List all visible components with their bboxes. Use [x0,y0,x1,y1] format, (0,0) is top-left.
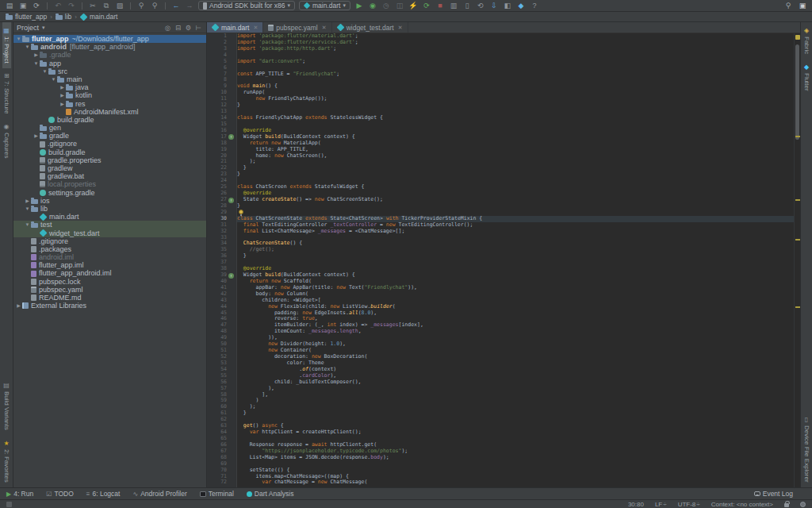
back-icon[interactable]: ← [171,2,181,10]
stop-icon[interactable]: ■ [435,2,445,10]
locate-icon[interactable]: ◎ [163,24,172,32]
code-line[interactable]: new FriendlyChatApp()); [237,96,794,102]
tree-item-pubspec-yaml[interactable]: pubspec.yaml [13,286,206,294]
tree-item-pubspec-lock[interactable]: pubspec.lock [13,278,206,286]
tree-item-test[interactable]: ▼test [13,221,206,229]
tab-widget-test-dart[interactable]: widget_test.dart✕ [332,22,408,33]
warning-stripe-mark[interactable] [795,136,800,137]
tree-arrow-icon[interactable]: ▼ [15,35,22,43]
context-widget[interactable]: Context: <no context> [711,501,773,508]
stripe-button-device-file-explorer[interactable]: ▯Device File Explorer [802,411,811,487]
tree-item--gradle[interactable]: ▶.gradle [13,51,206,59]
window-icon[interactable]: ▣ [798,2,807,10]
stripe-button-captures[interactable]: ◉Captures [2,118,11,163]
code-line[interactable]: var chatMessage = new ChatMessage( [237,479,794,486]
tree-arrow-icon[interactable]: ▼ [41,67,48,75]
scrollbar-thumb[interactable] [795,44,799,140]
code-line[interactable]: Widget build(BuildContext context) { [237,272,794,279]
settings-icon[interactable]: ⚙ [184,24,193,32]
code-line[interactable] [237,461,794,468]
editor-scrollbar[interactable] [794,33,800,487]
warning-stripe-mark[interactable] [795,239,800,241]
code-line[interactable]: ) [237,398,794,404]
code-line[interactable] [237,235,794,241]
toolwindow-android-profiler[interactable]: ∿Android Profiler [132,490,186,498]
profile-icon[interactable]: ◷ [381,2,391,10]
tree-item-widget-test-dart[interactable]: widget_test.dart [13,229,206,237]
tree-item-build-gradle[interactable]: build.gradle [13,116,206,124]
stripe-button-2-favorites[interactable]: ★2: Favorites [2,435,11,487]
tree-item-gradlew[interactable]: gradlew [13,164,206,172]
sync-icon[interactable]: ⟳ [32,2,41,10]
tree-item-local-properties[interactable]: local.properties [13,180,206,188]
collapse-all-icon[interactable]: ⊟ [174,24,182,32]
tree-arrow-icon[interactable]: ▼ [33,60,40,67]
tree-item--gitignore[interactable]: .gitignore [13,237,206,245]
stripe-button-build-variants[interactable]: ▤Build Variants [2,377,11,435]
breadcrumb-item-flutter_app[interactable]: flutter_app [6,13,47,21]
warning-stripe-mark[interactable] [795,306,800,308]
tree-arrow-icon[interactable]: ▶ [59,91,66,99]
code-line[interactable]: home: new ChatScreen(), [237,153,794,160]
close-tab-icon[interactable]: ✕ [398,25,403,31]
tree-arrow-icon[interactable]: ▼ [50,75,57,83]
tree-arrow-icon[interactable]: ▼ [24,43,31,51]
tree-item-flutter-app[interactable]: ▼flutter_app~/Downloads/flutter_app [13,35,206,43]
tree-item-androidmanifest-xml[interactable]: AndroidManifest.xml [13,108,206,116]
code-line[interactable] [237,52,794,59]
code-line[interactable]: const APP_TITLE = "Friendlychat"; [237,71,794,78]
toolwindow-logcat[interactable]: ≡6: Logcat [86,490,121,498]
copy-icon[interactable]: ⧉ [102,2,111,10]
redo-icon[interactable]: ↷ [67,2,76,10]
stripe-button-7-structure[interactable]: ⊞7: Structure [2,68,11,118]
tree-item-gradle-properties[interactable]: gradle.properties [13,156,206,164]
toolwindow-switcher-icon[interactable] [6,502,12,507]
save-all-icon[interactable]: ▣ [18,2,28,10]
sdk-manager-icon[interactable]: ⇩ [489,2,499,10]
tree-item-ios[interactable]: ▶ios [13,197,206,205]
code-line[interactable]: return new MaterialApp( [237,140,794,147]
tree-arrow-icon[interactable]: ▶ [33,132,40,140]
line-separator-widget[interactable]: LF÷ [655,501,667,508]
breadcrumb-item-main.dart[interactable]: main.dart [80,13,117,21]
tree-item-gradlew-bat[interactable]: gradlew.bat [13,172,206,180]
code-line[interactable] [237,121,794,128]
intention-lightbulb-icon[interactable] [239,210,243,214]
tree-item-gen[interactable]: gen [13,124,206,132]
code-line[interactable]: } [237,203,794,210]
code-line[interactable] [237,417,794,423]
tree-item-app[interactable]: ▼app [13,60,206,67]
tree-item--gitignore[interactable]: .gitignore [13,140,206,148]
tree-item-android[interactable]: ▼android[flutter_app_android] [13,43,206,51]
code-line[interactable]: import 'package:http/http.dart'; [237,46,794,52]
search-everywhere-icon[interactable]: ⚲ [783,2,793,10]
toolwindow-dart-analysis[interactable]: Dart Analysis [247,490,294,498]
tree-item-res[interactable]: ▶res [13,100,206,108]
code-line[interactable]: } [237,165,794,171]
code-line[interactable]: itemCount: _messages.length, [237,329,794,335]
flutter-inspector-icon[interactable]: ◆ [516,2,526,10]
lock-icon[interactable] [784,503,789,507]
code-line[interactable]: void main() { [237,83,794,90]
tree-arrow-icon[interactable]: ▼ [24,221,31,229]
code-line[interactable] [237,260,794,266]
device-selector[interactable]: Android SDK built for x86 ▾ [198,1,295,10]
paste-icon[interactable]: ▨ [115,2,124,10]
heap-indicator-icon[interactable] [800,502,806,507]
tree-arrow-icon[interactable]: ▶ [15,302,22,310]
chevron-down-icon[interactable]: ▾ [42,25,45,31]
cut-icon[interactable]: ✂ [88,2,98,10]
code-area[interactable]: import 'package:flutter/material.dart';i… [237,33,794,487]
tree-item-flutter-app-iml[interactable]: flutter_app.iml [13,261,206,269]
android-profiler-icon[interactable]: ▥ [449,2,458,10]
cursor-position[interactable]: 30:80 [628,501,644,508]
attach-debugger-icon[interactable]: ◉ [368,2,377,10]
code-line[interactable]: new Divider(height: 1.0), [237,341,794,348]
inspection-indicator-icon[interactable] [795,35,800,40]
open-project-icon[interactable]: ▤ [5,2,14,10]
tree-item-lib[interactable]: ▼lib [13,205,206,213]
code-line[interactable]: ); [237,404,794,410]
replace-icon[interactable]: ⚲ [150,2,159,10]
hot-restart-icon[interactable]: ⟳ [422,2,431,10]
tree-arrow-icon[interactable]: ▶ [59,100,66,108]
